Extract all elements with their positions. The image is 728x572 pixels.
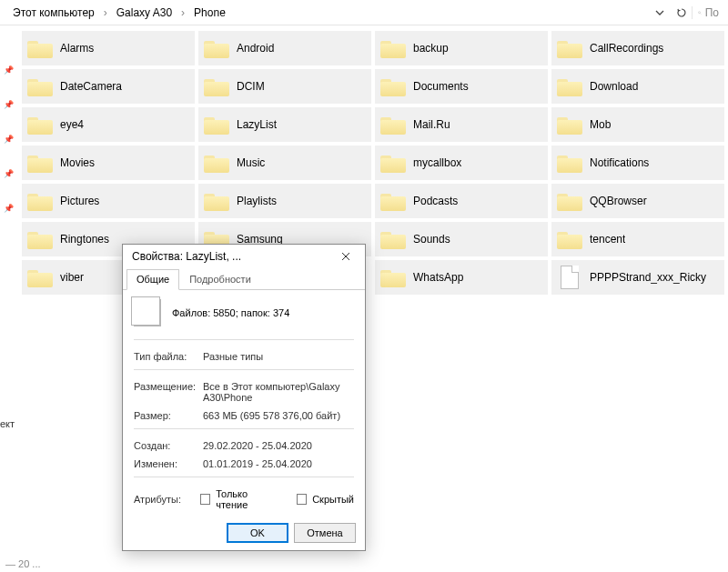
folder-label: mycallbox	[413, 156, 461, 169]
folder-icon	[380, 267, 406, 287]
folder-icon	[380, 229, 406, 249]
breadcrumb-seg[interactable]: Этот компьютер	[9, 5, 98, 21]
folder-item[interactable]: eye4	[22, 107, 195, 142]
folder-icon	[27, 153, 53, 173]
quick-access-strip: 📌 📌 📌 📌 📌	[0, 25, 16, 556]
value-location: Все в Этот компьютер\Galaxy A30\Phone	[203, 381, 354, 403]
folder-label: backup	[413, 42, 449, 55]
label-type: Тип файла:	[134, 351, 203, 362]
folder-item[interactable]: Sounds	[375, 222, 548, 256]
breadcrumb-seg[interactable]: Galaxy A30	[113, 5, 176, 21]
ok-button[interactable]: OK	[227, 523, 288, 543]
folder-item[interactable]: Playlists	[198, 184, 371, 218]
checkbox-readonly[interactable]	[200, 494, 210, 505]
folder-item[interactable]: CallRecordings	[551, 31, 724, 65]
tab-general[interactable]: Общие	[126, 269, 179, 290]
folder-icon	[27, 76, 53, 96]
cancel-button[interactable]: Отмена	[294, 523, 356, 543]
svg-line-1	[700, 13, 701, 14]
folder-label: Music	[237, 156, 265, 169]
folder-icon	[27, 115, 53, 135]
folder-label: Alarms	[60, 42, 94, 55]
folder-icon	[27, 229, 53, 249]
chevron-right-icon: ›	[100, 5, 111, 21]
breadcrumb[interactable]: Этот компьютер › Galaxy A30 › Phone	[4, 5, 648, 21]
folder-label: tencent	[590, 233, 625, 246]
label-attributes: Атрибуты:	[134, 494, 195, 505]
folder-icon	[557, 38, 582, 58]
folder-item[interactable]: Download	[551, 69, 724, 104]
tab-details[interactable]: Подробности	[179, 269, 261, 290]
folder-label: QQBrowser	[590, 195, 647, 207]
folder-icon	[380, 191, 406, 211]
folder-item[interactable]: PPPPStrand_xxx_Ricky	[551, 260, 724, 295]
search-input[interactable]: По	[692, 6, 724, 19]
folder-item[interactable]: LazyList	[198, 107, 371, 142]
folder-label: Android	[237, 42, 274, 55]
value-created: 29.02.2020 - 25.04.2020	[203, 440, 354, 451]
address-bar: Этот компьютер › Galaxy A30 › Phone По	[0, 0, 728, 25]
folder-item[interactable]: mycallbox	[375, 146, 548, 180]
folder-label: Documents	[413, 80, 469, 93]
folder-label: WhatsApp	[413, 271, 463, 284]
folder-icon	[27, 38, 53, 58]
folder-item[interactable]: Mail.Ru	[375, 107, 548, 142]
folder-icon	[557, 76, 582, 96]
folder-icon	[380, 115, 406, 135]
history-dropdown-button[interactable]	[650, 3, 670, 23]
folder-item[interactable]: Alarms	[22, 31, 195, 65]
folder-icon	[204, 76, 229, 96]
folder-item[interactable]: Music	[198, 146, 371, 180]
folder-label: Mob	[590, 118, 611, 131]
folder-icon	[380, 38, 406, 58]
folder-item[interactable]: DateCamera	[22, 69, 195, 104]
breadcrumb-seg[interactable]: Phone	[190, 5, 229, 21]
folder-label: Notifications	[590, 156, 649, 169]
refresh-button[interactable]	[672, 3, 692, 23]
folder-item[interactable]: backup	[375, 31, 548, 65]
pin-icon: 📌	[4, 135, 14, 144]
folder-item[interactable]: Android	[198, 31, 371, 65]
folder-item[interactable]: Notifications	[551, 146, 724, 180]
folder-item[interactable]: Mob	[551, 107, 724, 142]
folder-icon	[204, 115, 229, 135]
checkbox-hidden[interactable]	[297, 494, 307, 505]
folder-label: eye4	[60, 118, 84, 131]
folder-icon	[27, 267, 53, 287]
value-modified: 01.01.2019 - 25.04.2020	[203, 458, 354, 469]
folder-item[interactable]: Movies	[22, 146, 195, 180]
label-created: Создан:	[134, 440, 203, 451]
folder-label: Playlists	[237, 195, 277, 207]
label-readonly: Только чтение	[216, 488, 275, 510]
folder-item[interactable]: QQBrowser	[551, 184, 724, 218]
multi-file-icon	[134, 299, 161, 326]
folder-label: Ringtones	[60, 233, 109, 246]
folder-icon	[380, 76, 406, 96]
folder-item[interactable]: Documents	[375, 69, 548, 104]
folder-label: LazyList	[237, 118, 277, 131]
pin-icon: 📌	[4, 65, 14, 75]
folder-item[interactable]: DCIM	[198, 69, 371, 104]
close-button[interactable]	[332, 246, 359, 266]
dialog-titlebar[interactable]: Свойства: LazyList, ...	[123, 245, 365, 268]
summary-text: Файлов: 5850; папок: 374	[172, 307, 289, 318]
pin-icon: 📌	[4, 169, 14, 178]
svg-point-0	[699, 11, 701, 13]
folder-item[interactable]: WhatsApp	[375, 260, 548, 295]
label-modified: Изменен:	[134, 458, 203, 469]
cutoff-text: ект	[0, 418, 15, 429]
pin-icon: 📌	[4, 204, 14, 213]
folder-icon	[204, 38, 229, 58]
folder-item[interactable]: tencent	[551, 222, 724, 256]
folder-label: Mail.Ru	[413, 118, 450, 131]
folder-item[interactable]: Pictures	[22, 184, 195, 218]
folder-icon	[27, 191, 53, 211]
folder-icon	[204, 153, 229, 173]
file-label: PPPPStrand_xxx_Ricky	[590, 271, 706, 284]
file-icon	[561, 266, 579, 289]
search-placeholder: По	[705, 6, 719, 19]
folder-label: Sounds	[413, 233, 450, 246]
folder-icon	[557, 229, 582, 249]
folder-item[interactable]: Podcasts	[375, 184, 548, 218]
close-icon	[341, 252, 350, 261]
